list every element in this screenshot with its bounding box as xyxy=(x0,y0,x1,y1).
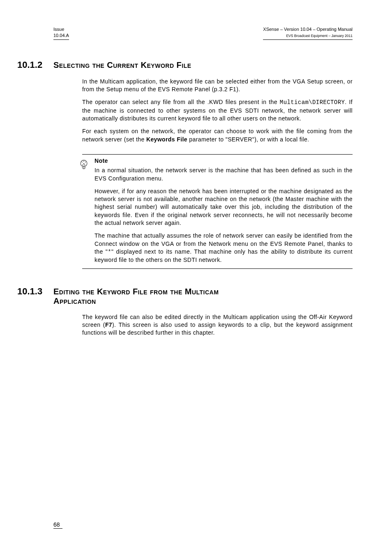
code-text: * xyxy=(108,249,111,255)
section-title-line1: Editing the Keyword File from the Multic… xyxy=(53,287,219,296)
section-10-1-3-body: The keyword file can also be edited dire… xyxy=(82,313,353,337)
section-title: Selecting the Current Keyword File xyxy=(53,60,191,70)
header-company-line: EVS Broadcast Equipment – January 2011 xyxy=(286,34,353,38)
paragraph: For each system on the network, the oper… xyxy=(82,127,353,143)
note-rule-bottom xyxy=(82,268,353,269)
bold-text: F7 xyxy=(105,321,112,328)
note-text: Note In a normal situation, the network … xyxy=(95,157,353,266)
section-10-1-2-body: In the Multicam application, the keyword… xyxy=(82,78,353,143)
note-label: Note xyxy=(95,157,353,165)
header-issue-value: 10.04.A xyxy=(53,33,69,38)
text-run: " displayed next to its name. That machi… xyxy=(95,248,353,263)
page-header: Issue 10.04.A XSense – Version 10.04 – O… xyxy=(53,26,353,40)
paragraph: However, if for any reason the network h… xyxy=(95,187,353,227)
header-product-line: XSense – Version 10.04 – Operating Manua… xyxy=(263,27,353,32)
document-page: Issue 10.04.A XSense – Version 10.04 – O… xyxy=(0,0,392,555)
header-issue-label: Issue xyxy=(53,27,64,32)
bold-text: Keywords File xyxy=(146,136,187,143)
paragraph: In the Multicam application, the keyword… xyxy=(82,78,353,94)
note-rule-top xyxy=(82,154,353,155)
section-number: 10.1.2 xyxy=(17,60,53,70)
text-run: parameter to "SERVER"), or with a local … xyxy=(187,136,309,143)
note-bulb-icon xyxy=(78,164,90,171)
code-text: Multicam\DIRECTORY xyxy=(280,99,345,106)
section-heading-10-1-3: 10.1.3 Editing the Keyword File from the… xyxy=(53,286,353,306)
section-title-line2: Application xyxy=(53,296,96,305)
page-number: 68 xyxy=(53,521,62,529)
paragraph: The keyword file can also be edited dire… xyxy=(82,313,353,337)
section-number: 10.1.3 xyxy=(17,286,53,297)
paragraph: The machine that actually assumes the ro… xyxy=(95,232,353,264)
note-block: Note In a normal situation, the network … xyxy=(53,154,353,269)
paragraph: The operator can select any file from al… xyxy=(82,98,353,123)
text-run: ). This screen is also used to assign ke… xyxy=(82,321,353,336)
header-right: XSense – Version 10.04 – Operating Manua… xyxy=(263,26,353,40)
note-icon-cell xyxy=(53,157,95,172)
paragraph: In a normal situation, the network serve… xyxy=(95,166,353,183)
text-run: The operator can select any file from al… xyxy=(82,99,280,105)
header-left: Issue 10.04.A xyxy=(53,26,69,40)
section-heading-10-1-2: 10.1.2 Selecting the Current Keyword Fil… xyxy=(53,60,353,70)
section-title: Editing the Keyword File from the Multic… xyxy=(53,287,219,306)
